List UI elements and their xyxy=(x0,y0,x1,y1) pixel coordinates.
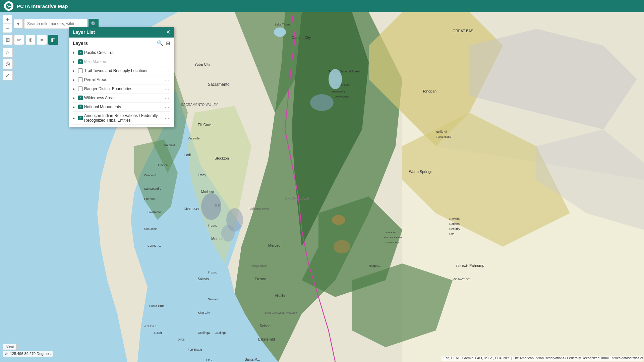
layer-label: American Indian Reservations / Federally… xyxy=(84,113,163,123)
svg-text:San Jose: San Jose xyxy=(144,227,157,231)
svg-text:Hawthorne: Hawthorne xyxy=(332,90,345,93)
svg-text:Lodi: Lodi xyxy=(184,153,191,157)
layer-more-button[interactable]: ··· xyxy=(164,86,170,92)
layers-list: ▶✓Pacific Crest Trail···▶✓Mile Markers··… xyxy=(73,48,170,125)
svg-point-89 xyxy=(274,27,286,37)
layer-item: ▶✓Mile Markers··· xyxy=(73,57,170,66)
globe-tool-button[interactable]: ⊕ xyxy=(25,35,36,45)
layer-more-button[interactable]: ··· xyxy=(164,104,170,110)
layer-more-button[interactable]: ··· xyxy=(164,50,170,55)
svg-point-22 xyxy=(332,215,345,225)
layer-expand-icon[interactable]: ▶ xyxy=(73,97,77,100)
layers-search-button[interactable]: 🔍 xyxy=(157,40,163,46)
coordinates-bar: ⊕ -125.496 39.279 Degrees xyxy=(3,351,53,357)
layer-more-button[interactable]: ··· xyxy=(164,59,170,64)
layer-expand-icon[interactable]: ▶ xyxy=(73,87,77,90)
layer-checkbox[interactable]: ✓ xyxy=(78,96,83,100)
svg-text:Warfare Center: Warfare Center xyxy=(384,236,402,239)
layer-more-button[interactable]: ··· xyxy=(164,77,170,82)
home-nav-button[interactable]: ⌂ xyxy=(3,48,13,58)
svg-text:-3185ft: -3185ft xyxy=(153,331,162,335)
zoom-out-button[interactable]: − xyxy=(3,24,12,33)
svg-text:SACRAMENTO VALLEY: SACRAMENTO VALLEY xyxy=(181,103,218,107)
layers-heading-row: Layers 🔍 ⊟ xyxy=(73,40,170,46)
layer-item: ▶✓Pacific Crest Trail··· xyxy=(73,48,170,57)
svg-text:Warm Springs: Warm Springs xyxy=(409,170,432,174)
layer-label: National Monuments xyxy=(84,105,163,109)
list-tool-button[interactable]: ≡ xyxy=(37,35,47,45)
layer-item: ▶Trail Towns and Resupply Locations··· xyxy=(73,66,170,75)
layer-item: ▶✓Wilderness Areas··· xyxy=(73,94,170,103)
svg-text:Coalinga: Coalinga xyxy=(215,331,227,335)
layers-filter-button[interactable]: ⊟ xyxy=(166,40,170,46)
expand-nav-button[interactable]: ⤢ xyxy=(3,70,13,80)
layers-heading: Layers xyxy=(73,41,88,46)
svg-text:Pahrump: Pahrump xyxy=(469,263,484,267)
svg-text:Elk Grove: Elk Grove xyxy=(198,123,213,127)
svg-text:MOJAVE DE...: MOJAVE DE... xyxy=(453,278,472,281)
layer-more-button[interactable]: ··· xyxy=(164,68,170,73)
layer-checkbox[interactable]: ✓ xyxy=(78,59,83,64)
layer-expand-icon[interactable]: ▶ xyxy=(73,117,77,120)
layers-actions: 🔍 ⊟ xyxy=(157,40,170,46)
svg-text:Santa Cruz: Santa Cruz xyxy=(149,304,165,308)
svg-text:Fremont: Fremont xyxy=(144,197,156,200)
search-input[interactable] xyxy=(27,21,84,26)
svg-point-88 xyxy=(329,69,342,89)
layer-panel-title: Layer List xyxy=(73,29,95,35)
layer-item: ▶✓American Indian Reservations / Federal… xyxy=(73,112,170,125)
edit-tool-button[interactable]: ✏ xyxy=(14,35,24,45)
svg-text:Ridgec...: Ridgec... xyxy=(369,264,381,267)
svg-text:Bakersfield: Bakersfield xyxy=(258,338,275,341)
svg-text:San Leandro: San Leandro xyxy=(144,187,162,190)
svg-text:A S T A L: A S T A L xyxy=(144,324,157,328)
svg-text:Lake Tahoe: Lake Tahoe xyxy=(275,23,290,26)
layer-expand-icon[interactable]: ▶ xyxy=(73,78,77,81)
layer-label: Permit Areas xyxy=(84,77,163,82)
layer-panel-close-button[interactable]: ✕ xyxy=(166,29,170,35)
layer-item: ▶✓National Monuments··· xyxy=(73,103,170,112)
svg-text:Antioch: Antioch xyxy=(158,164,168,167)
svg-text:Livermore: Livermore xyxy=(148,210,161,214)
svg-text:Carson City: Carson City xyxy=(292,36,311,40)
layer-checkbox[interactable] xyxy=(78,86,83,91)
layer-checkbox[interactable] xyxy=(78,77,83,82)
svg-text:Yuba City: Yuba City xyxy=(194,62,211,66)
svg-text:Vacaville: Vacaville xyxy=(188,137,199,140)
svg-text:Concord: Concord xyxy=(144,174,156,177)
svg-text:Kings River: Kings River xyxy=(251,264,267,267)
layer-checkbox[interactable] xyxy=(78,68,83,73)
app-header: PCTA Interactive Map xyxy=(0,0,644,12)
layer-expand-icon[interactable]: ▶ xyxy=(73,69,77,72)
layers-tool-button[interactable]: ◧ xyxy=(48,35,58,45)
coordinates-text: ⊕ -125.496 39.279 Degrees xyxy=(5,352,51,356)
layer-checkbox[interactable]: ✓ xyxy=(78,116,83,120)
circle-nav-button[interactable]: ◎ xyxy=(3,59,13,69)
layer-more-button[interactable]: ··· xyxy=(164,115,170,121)
svg-text:Fresno: Fresno xyxy=(208,271,217,274)
layer-checkbox[interactable]: ✓ xyxy=(78,50,83,55)
svg-text:Salinas: Salinas xyxy=(208,298,218,301)
svg-text:Fort: Fort xyxy=(206,358,212,361)
layer-checkbox[interactable]: ✓ xyxy=(78,105,83,109)
zoom-in-button[interactable]: + xyxy=(3,15,12,24)
svg-text:CALIFORNIA: CALIFORNIA xyxy=(285,196,309,201)
layer-more-button[interactable]: ··· xyxy=(164,95,170,101)
layer-expand-icon[interactable]: ▶ xyxy=(73,51,77,54)
dropdown-button[interactable]: ▾ xyxy=(13,19,23,28)
layer-panel-header: Layer List ✕ xyxy=(69,27,174,38)
svg-point-23 xyxy=(334,240,350,253)
svg-text:Visalia: Visalia xyxy=(275,294,285,298)
svg-text:Santa M...: Santa M... xyxy=(245,358,260,361)
svg-text:GREAT BASI...: GREAT BASI... xyxy=(453,29,477,33)
grid-tool-button[interactable]: ⊞ xyxy=(3,35,13,45)
layer-expand-icon[interactable]: ▶ xyxy=(73,60,77,63)
svg-text:Stockton: Stockton xyxy=(215,156,229,160)
svg-text:National: National xyxy=(449,222,460,226)
svg-text:Merced: Merced xyxy=(211,237,224,241)
attribution-text: Esri, HERE, Garmin, FAO, USGS, EPA, NPS … xyxy=(444,356,643,360)
svg-text:Sacramento: Sacramento xyxy=(208,82,230,87)
layer-expand-icon[interactable]: ▶ xyxy=(73,106,77,109)
svg-text:Tuolumne River: Tuolumne River xyxy=(248,207,269,210)
svg-text:Force Base: Force Base xyxy=(436,135,451,138)
